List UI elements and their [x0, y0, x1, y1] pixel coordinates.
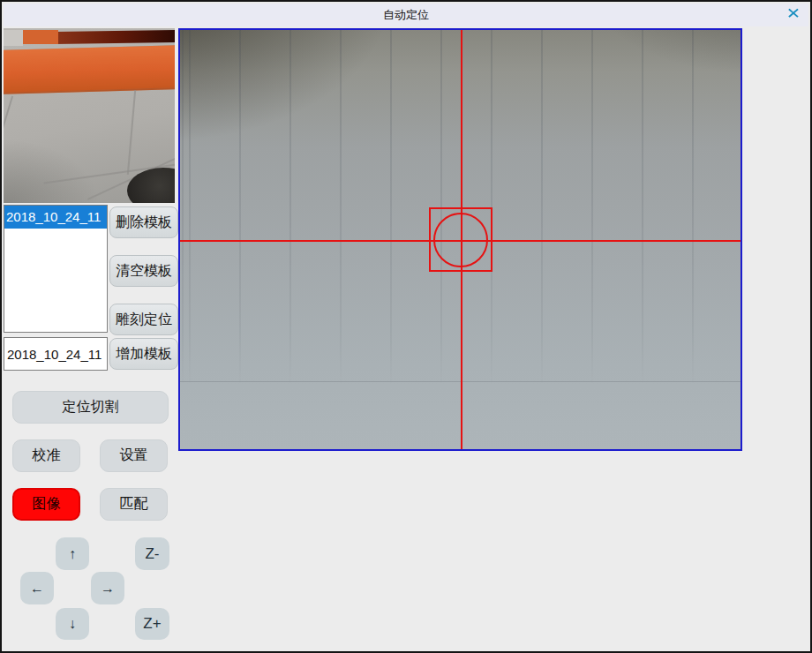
auto-position-window: 自动定位 ✕ 2018_10_24_11 删除模板 清空模板 雕刻定位 增加模板… — [0, 0, 812, 653]
jog-down-button[interactable]: ↓ — [56, 608, 89, 640]
jog-right-button[interactable]: → — [91, 572, 124, 604]
add-template-button[interactable]: 增加模板 — [109, 338, 178, 370]
jog-up-button[interactable]: ↑ — [56, 537, 89, 570]
position-cut-button[interactable]: 定位切割 — [12, 391, 169, 424]
thumbnail-light-corner — [4, 30, 23, 46]
calibrate-button[interactable]: 校准 — [12, 439, 80, 472]
template-list-item-selected[interactable]: 2018_10_24_11 — [4, 206, 107, 229]
close-icon[interactable]: ✕ — [782, 4, 804, 24]
camera-view[interactable] — [178, 28, 742, 451]
jog-z-minus-button[interactable]: Z- — [135, 537, 169, 570]
image-button-active[interactable]: 图像 — [12, 488, 80, 521]
target-circle-marker — [433, 213, 488, 267]
jog-z-plus-button[interactable]: Z+ — [135, 608, 169, 640]
thumbnail-dark-band — [55, 30, 175, 44]
titlebar: 自动定位 ✕ — [4, 4, 808, 26]
delete-template-button[interactable]: 删除模板 — [109, 206, 178, 238]
template-thumbnail — [4, 28, 175, 203]
settings-button[interactable]: 设置 — [100, 439, 168, 472]
clear-templates-button[interactable]: 清空模板 — [109, 255, 178, 287]
thumbnail-orange-beam — [4, 45, 175, 94]
thumbnail-orange-tab — [23, 30, 58, 44]
template-name-input[interactable] — [4, 337, 108, 371]
engrave-position-button[interactable]: 雕刻定位 — [109, 304, 178, 335]
match-button[interactable]: 匹配 — [100, 488, 168, 521]
jog-left-button[interactable]: ← — [20, 572, 54, 604]
window-title: 自动定位 — [383, 7, 429, 23]
template-listbox[interactable]: 2018_10_24_11 — [4, 205, 108, 333]
